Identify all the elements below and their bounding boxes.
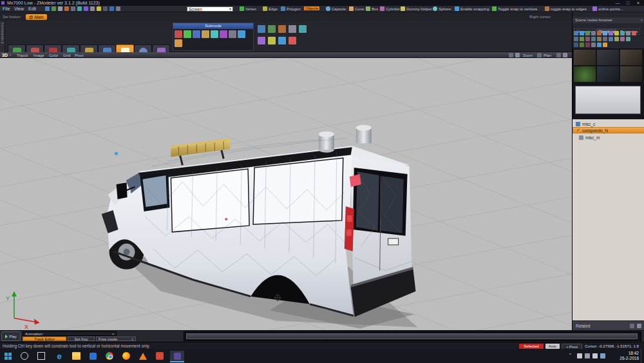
scene-tool-icon[interactable] — [580, 43, 584, 47]
scene-tool-icon[interactable] — [620, 37, 625, 41]
scene-tool-icon[interactable] — [585, 37, 590, 41]
scene-tool-icon[interactable] — [585, 43, 590, 47]
task-view-button[interactable] — [36, 351, 46, 361]
extra-tool-icon[interactable] — [268, 37, 276, 44]
viewport-mode-label[interactable]: 3D — [2, 53, 8, 57]
viewport-header-icon[interactable] — [537, 53, 542, 57]
viewport-canvas[interactable]: Y X — [0, 58, 572, 330]
tray-icon[interactable] — [592, 353, 598, 358]
submode-icon[interactable] — [238, 30, 245, 38]
extra-tool-icon[interactable] — [258, 25, 265, 33]
scene-tool-icon[interactable] — [626, 37, 630, 41]
start-button[interactable] — [3, 351, 13, 361]
toolbar-icon[interactable] — [103, 6, 108, 11]
taskbar-edge[interactable]: e — [54, 351, 64, 361]
snap-vertices-button[interactable]: Toggle snap to vertices — [492, 6, 537, 11]
tray-chevron-icon[interactable]: ^ — [569, 353, 571, 357]
minimize-button[interactable]: — — [613, 0, 622, 6]
menu-file[interactable]: File — [3, 6, 10, 11]
scene-tool-icon[interactable] — [597, 31, 601, 35]
viewport-menu-color[interactable]: Color — [49, 54, 58, 57]
tray-icon[interactable] — [585, 353, 590, 358]
toolbar-icon[interactable] — [97, 6, 101, 11]
set-key-button[interactable]: Set Key — [68, 337, 95, 341]
extra-tool-icon[interactable] — [278, 37, 286, 44]
notification-center-button[interactable] — [641, 349, 644, 363]
taskbar-chrome[interactable] — [104, 351, 115, 361]
snap-edges-button[interactable]: toggle snap to edges — [545, 6, 587, 11]
scene-tool-icon[interactable] — [580, 37, 584, 41]
screen-select[interactable]: Screen ▼ — [187, 6, 233, 12]
scene-tool-icon[interactable] — [574, 37, 578, 41]
scene-tool-icon[interactable] — [597, 37, 601, 41]
viewport-header-icon[interactable] — [515, 53, 520, 57]
extra-tool-icon[interactable] — [278, 25, 286, 33]
viewport-header-icon[interactable] — [563, 53, 567, 57]
viewport-3d[interactable]: Y X — [0, 58, 572, 330]
enable-snapping-button[interactable]: Enable snapping — [455, 6, 489, 11]
toolbar-icon[interactable] — [84, 6, 88, 11]
submode-icon[interactable] — [202, 30, 209, 38]
scene-tool-icon[interactable] — [574, 31, 578, 35]
submode-icon[interactable] — [211, 30, 218, 38]
toolbar-icon[interactable] — [109, 6, 114, 11]
auto-badge[interactable]: Auto — [545, 344, 560, 349]
extra-tool-icon[interactable] — [258, 37, 265, 44]
maximize-button[interactable]: □ — [623, 0, 632, 6]
scene-tool-icon[interactable] — [591, 37, 596, 41]
scene-tool-icon[interactable] — [580, 31, 584, 35]
search-button[interactable] — [19, 351, 30, 361]
taskbar-clock[interactable]: 18:42 26-2-2016 — [611, 351, 639, 361]
track-editor-button[interactable]: Track Editor — [23, 337, 66, 341]
mode-edge[interactable]: Edge — [263, 6, 278, 11]
scene-tool-icon[interactable] — [609, 37, 613, 41]
toolbar-icon[interactable] — [58, 6, 62, 11]
submode-icon[interactable] — [175, 39, 182, 47]
mode-vertex[interactable]: Vertex — [240, 6, 256, 11]
taskbar-file-explorer[interactable] — [71, 351, 81, 361]
mode-objects[interactable]: Objects — [304, 6, 319, 10]
material-thumbnail[interactable] — [597, 66, 619, 82]
material-thumbnail[interactable] — [620, 66, 642, 82]
scene-tool-icon[interactable] — [574, 43, 578, 47]
close-button[interactable]: × — [634, 0, 643, 6]
online-points-button[interactable]: online points... — [592, 6, 623, 11]
submode-icon[interactable] — [184, 30, 191, 38]
primitive-cone[interactable]: Cone — [349, 6, 364, 11]
material-thumbnail[interactable] — [620, 50, 642, 65]
scene-tool-icon[interactable] — [591, 31, 596, 35]
scene-tool-icon[interactable] — [585, 31, 590, 35]
viewport-menu-tripod[interactable]: Tripod — [17, 54, 28, 57]
tray-icon[interactable] — [577, 353, 582, 358]
menu-view[interactable]: View — [14, 6, 24, 11]
toolbar-icon[interactable] — [116, 6, 120, 11]
toolbar-icon[interactable] — [52, 6, 56, 11]
scene-tool-icon[interactable] — [603, 43, 607, 47]
taskbar-vlc[interactable] — [138, 351, 148, 361]
node-row-misc-m[interactable]: misc_m — [573, 134, 644, 141]
scene-tool-icon[interactable] — [614, 37, 619, 41]
toolbar-icon[interactable] — [90, 6, 95, 11]
toolbar-icon[interactable] — [77, 6, 82, 11]
viewport-menu-pivot[interactable]: Pivot — [75, 54, 83, 57]
menu-edit[interactable]: Edit — [28, 6, 36, 11]
viewport-header-icon[interactable] — [556, 53, 561, 57]
node-row-conspeedo-selected[interactable]: ✓ conspeedo_N — [573, 127, 644, 133]
primitive-cylinder[interactable]: Cylinder — [380, 6, 400, 11]
panel-close-icon[interactable]: × — [640, 17, 643, 23]
scene-tool-icon[interactable] — [626, 31, 630, 35]
vertex-marker-blue[interactable] — [115, 152, 118, 155]
scene-tool-icon[interactable] — [603, 37, 607, 41]
extra-tool-icon[interactable] — [299, 25, 307, 33]
viewport-plan-label[interactable]: Plan — [544, 54, 551, 57]
extra-tool-icon[interactable] — [268, 25, 276, 33]
material-preview-large[interactable] — [575, 86, 641, 114]
extra-tool-icon[interactable] — [289, 37, 296, 44]
scene-tool-icon[interactable] — [609, 31, 613, 35]
viewport-menu-image[interactable]: Image — [33, 54, 44, 57]
van-model[interactable] — [102, 125, 418, 329]
free-mode-select[interactable]: Free mode ▼ — [96, 337, 136, 341]
toolbar-icon[interactable] — [45, 6, 50, 11]
submode-icon[interactable] — [175, 30, 182, 38]
primitive-dummy-helper[interactable]: Dummy Helper — [401, 6, 432, 11]
